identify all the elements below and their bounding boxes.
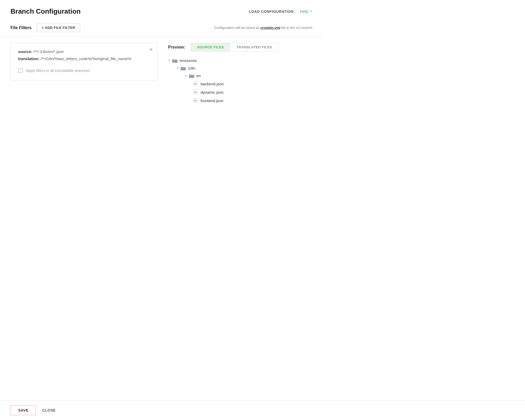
preview-tab-group: SOURCE FILES TRANSLATED FILES (191, 43, 279, 51)
tree-node-label: i18n (188, 66, 195, 70)
preview-label: Preview: (168, 45, 185, 50)
svg-rect-1 (172, 59, 174, 60)
tree-node-i18n: ▼ i18n (168, 64, 312, 72)
load-configuration-button[interactable]: LOAD CONFIGURATION (249, 9, 293, 14)
svg-text:JSON: JSON (194, 92, 197, 93)
tree-node-backend-json: JSON backend.json (168, 80, 312, 88)
config-notice: Configuration will be saved as crowdin.y… (214, 26, 312, 30)
translation-label: translation: (18, 56, 40, 61)
filter-close-button[interactable]: ✕ (149, 47, 153, 52)
folder-icon (189, 74, 194, 78)
tree-node-en: ▼ en (168, 72, 312, 80)
tab-translated-files[interactable]: TRANSLATED FILES (230, 43, 279, 51)
filter-card: ✕ source: /**/ i18n/en/*.json translatio… (10, 43, 158, 81)
tree-node-label: frontend.json (201, 98, 223, 103)
arrow-icon: ▼ (168, 59, 171, 62)
file-filters-section: File Filters + ADD FILE FILTER (10, 23, 80, 32)
main-content: ✕ source: /**/ i18n/en/*.json translatio… (0, 36, 323, 111)
svg-text:JSON: JSON (194, 101, 197, 102)
tree-node-frontend-json: JSON frontend.json (168, 96, 312, 105)
source-label: source: (18, 49, 32, 54)
svg-rect-5 (189, 74, 191, 75)
left-panel: ✕ source: /**/ i18n/en/*.json translatio… (10, 43, 158, 105)
tree-node-label: backend.json (201, 82, 224, 86)
tab-source-files[interactable]: SOURCE FILES (191, 43, 230, 51)
tree-node-label: en (196, 74, 201, 78)
header-actions: LOAD CONFIGURATION Help ↗ (249, 9, 312, 14)
arrow-icon: ▼ (185, 74, 187, 77)
add-file-filter-button[interactable]: + ADD FILE FILTER (37, 23, 80, 32)
json-file-icon: JSON (193, 98, 198, 103)
folder-icon (172, 59, 177, 63)
folder-icon (181, 66, 186, 70)
external-link-icon: ↗ (309, 9, 312, 13)
apply-filters-label: Apply filters to all translatable branch… (26, 69, 90, 73)
arrow-icon: ▼ (176, 67, 179, 70)
page-title: Branch Configuration (10, 7, 81, 15)
tree-node-resources: ▼ resources (168, 57, 312, 64)
translation-filter-row: translation: /**/i18n/%two_letters_code%… (18, 56, 150, 61)
json-file-icon: JSON (193, 81, 198, 86)
right-panel: Preview: SOURCE FILES TRANSLATED FILES ▼… (168, 43, 312, 105)
file-filters-label: File Filters (10, 25, 32, 30)
source-filter-row: source: /**/ i18n/en/*.json (18, 49, 150, 54)
help-label: Help (300, 9, 308, 14)
svg-rect-3 (181, 67, 183, 68)
file-tree: ▼ resources ▼ i18n (168, 57, 312, 105)
subheader: File Filters + ADD FILE FILTER Configura… (0, 21, 323, 36)
translation-value: /**/i18n/%two_letters_code%/%original_fi… (41, 56, 131, 61)
svg-text:JSON: JSON (194, 84, 197, 85)
tree-node-label: dynamic.json (201, 90, 224, 94)
json-file-icon: JSON (193, 90, 198, 95)
crowdin-yml-link[interactable]: crowdin.yml (260, 26, 280, 30)
source-value: /**/ i18n/en/*.json (33, 49, 64, 54)
help-link[interactable]: Help ↗ (300, 9, 312, 14)
tree-node-label: resources (180, 58, 197, 63)
tree-node-dynamic-json: JSON dynamic.json (168, 88, 312, 96)
page-header: Branch Configuration LOAD CONFIGURATION … (0, 0, 323, 21)
apply-filters-checkbox[interactable] (18, 68, 23, 73)
preview-section: Preview: SOURCE FILES TRANSLATED FILES (168, 43, 312, 51)
apply-filters-row: Apply filters to all translatable branch… (18, 68, 150, 73)
